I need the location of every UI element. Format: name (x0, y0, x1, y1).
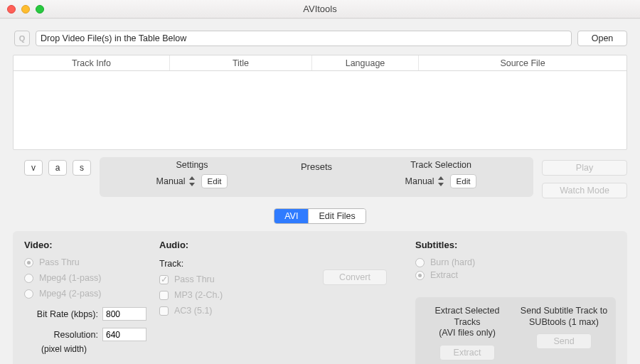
side-buttons: Play Watch Mode (542, 157, 627, 198)
presets-track-col: Track Selection Manual Edit (356, 160, 526, 188)
resolution-row: Resolution: (24, 328, 152, 341)
title-bar: AVItools (0, 0, 640, 18)
tab-avi[interactable]: AVI (274, 209, 308, 223)
window-title: AVItools (0, 4, 640, 14)
work-area: Q Drop Video File(s) in the Table Below … (0, 18, 640, 364)
checkbox-icon (159, 306, 169, 316)
track-edit-button[interactable]: Edit (450, 174, 477, 188)
video-mpeg4-1pass-option[interactable]: Mpeg4 (1-pass) (24, 273, 152, 283)
column-track-info[interactable]: Track Info (14, 55, 170, 70)
audio-mp3-option[interactable]: MP3 (2-Ch.) (159, 290, 294, 300)
radio-icon (415, 258, 425, 267)
settings-label: Settings (176, 160, 208, 170)
tracks-table: Track Info Title Language Source File (13, 55, 627, 150)
file-drop-field[interactable]: Drop Video File(s) in the Table Below (36, 31, 572, 46)
radio-icon (415, 271, 425, 280)
option-label: Burn (hard) (430, 257, 475, 267)
column-language[interactable]: Language (312, 55, 419, 70)
subtitles-column: Subtitles: Burn (hard) Extract Extract S… (415, 240, 616, 364)
presets-panel: Settings Manual Edit Presets Track Selec… (100, 157, 533, 197)
top-row: Q Drop Video File(s) in the Table Below … (0, 19, 640, 55)
open-button[interactable]: Open (577, 31, 627, 46)
subtitles-heading: Subtitles: (415, 240, 616, 250)
send-button[interactable]: Send (536, 333, 592, 349)
s-button[interactable]: s (73, 160, 91, 176)
bitrate-label: Bit Rate (kbps): (24, 309, 98, 319)
radio-icon (24, 289, 33, 299)
presets-title: Presets (301, 161, 332, 172)
audio-column: Audio: Track: Pass Thru MP3 (2-Ch.) AC3 … (159, 240, 294, 364)
audio-heading: Audio: (159, 240, 294, 250)
settings-dropdown[interactable]: Manual (156, 176, 196, 186)
video-mpeg4-2pass-option[interactable]: Mpeg4 (2-pass) (24, 289, 152, 299)
track-selection-value: Manual (405, 176, 434, 186)
queue-indicator-icon[interactable]: Q (14, 31, 30, 46)
subtitles-burn-option[interactable]: Burn (hard) (415, 257, 475, 267)
video-pass-thru-option[interactable]: Pass Thru (24, 257, 152, 267)
mid-row: v a s Settings Manual Edit Presets Track… (13, 157, 627, 198)
checkbox-icon (159, 275, 169, 284)
presets-settings-col: Settings Manual Edit (107, 160, 277, 188)
column-source[interactable]: Source File (419, 55, 626, 70)
tab-edit-files[interactable]: Edit Files (308, 209, 365, 223)
segmented-row: AVI Edit Files (0, 208, 640, 224)
subtitles-action-panel: Extract Selected Tracks (AVI files only)… (415, 297, 616, 364)
subtitles-extract-option[interactable]: Extract (415, 270, 475, 280)
option-label: Extract (430, 270, 458, 280)
tracks-table-body[interactable] (14, 71, 626, 149)
settings-value: Manual (156, 176, 186, 186)
vas-toggle-group: v a s (13, 157, 91, 176)
checkbox-icon (159, 291, 169, 300)
option-label: MP3 (2-Ch.) (174, 290, 223, 300)
track-selection-dropdown[interactable]: Manual (405, 176, 444, 186)
chevron-updown-icon (188, 176, 196, 186)
chevron-updown-icon (437, 176, 444, 186)
convert-button[interactable]: Convert (323, 269, 387, 285)
resolution-label: Resolution: (24, 330, 98, 340)
option-label: Pass Thru (174, 274, 215, 284)
watch-mode-button[interactable]: Watch Mode (542, 183, 627, 198)
resolution-input[interactable] (102, 328, 146, 341)
audio-pass-thru-option[interactable]: Pass Thru (159, 274, 294, 284)
video-heading: Video: (24, 240, 152, 250)
radio-icon (24, 274, 33, 283)
a-button[interactable]: a (48, 160, 67, 176)
radio-icon (24, 258, 33, 267)
extract-button[interactable]: Extract (439, 345, 495, 360)
audio-ac3-option[interactable]: AC3 (5.1) (159, 306, 294, 316)
option-label: AC3 (5.1) (174, 306, 213, 316)
resolution-hint: (pixel width) (41, 344, 152, 354)
convert-column: Convert (302, 240, 408, 364)
option-label: Mpeg4 (1-pass) (39, 273, 102, 283)
column-title[interactable]: Title (170, 55, 312, 70)
settings-edit-button[interactable]: Edit (201, 174, 228, 188)
video-column: Video: Pass Thru Mpeg4 (1-pass) Mpeg4 (2… (24, 240, 152, 364)
presets-title-col: Presets (284, 160, 348, 188)
play-button[interactable]: Play (542, 160, 627, 176)
send-subtitle-label: Send Subtitle Track to SUBtools (1 max) (521, 306, 607, 328)
bitrate-input[interactable] (102, 307, 146, 321)
option-label: Pass Thru (39, 257, 80, 267)
audio-track-label: Track: (159, 259, 294, 269)
track-selection-label: Track Selection (410, 160, 471, 170)
extract-tracks-label: Extract Selected Tracks (AVI files only) (422, 306, 512, 339)
mode-segmented-control: AVI Edit Files (274, 208, 366, 224)
extract-tracks-box: Extract Selected Tracks (AVI files only)… (422, 306, 512, 360)
options-panel: Video: Pass Thru Mpeg4 (1-pass) Mpeg4 (2… (13, 231, 627, 364)
option-label: Mpeg4 (2-pass) (39, 289, 102, 299)
tracks-table-header: Track Info Title Language Source File (14, 55, 626, 71)
v-button[interactable]: v (24, 160, 43, 176)
send-subtitle-box: Send Subtitle Track to SUBtools (1 max) … (519, 306, 609, 360)
bitrate-row: Bit Rate (kbps): (24, 307, 152, 321)
